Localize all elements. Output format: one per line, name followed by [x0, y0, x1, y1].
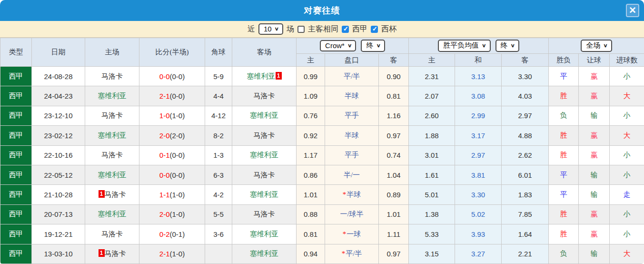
- fulltime-score: 0-0: [159, 72, 170, 81]
- table-row: 西甲19-12-21马洛卡0-2(0-1)3-6塞维利亚0.81*一球1.115…: [0, 224, 644, 244]
- fulltime-score: 2-0: [159, 210, 170, 218]
- handicap-away-odds-cell: 1.01: [379, 204, 409, 224]
- home-team-cell: 塞维利亚: [85, 126, 139, 145]
- league-cell: 西甲: [0, 67, 32, 86]
- score-cell: 2-0(1-0): [139, 204, 205, 224]
- col-header-corner: 角球: [205, 38, 232, 67]
- league-cell: 西甲: [0, 244, 32, 264]
- red-card-badge: 1: [99, 190, 105, 198]
- handicap-home-odds-cell: 0.76: [297, 106, 325, 125]
- games-label: 场: [287, 24, 294, 34]
- handicap-result-cell: 输: [579, 165, 610, 184]
- handicap-line-cell: 平/半: [325, 67, 379, 86]
- fulltime-score: 2-1: [159, 250, 170, 258]
- avg-final-select[interactable]: 终 ∨: [495, 40, 520, 52]
- score-cell: 2-1(0-0): [139, 86, 205, 106]
- scope-select[interactable]: 全场 ∨: [581, 40, 612, 52]
- handicap-away-odds-cell: 1.16: [379, 106, 409, 125]
- avg-home-odds-cell: 1.38: [409, 204, 455, 224]
- wdl-result-cell: 平: [549, 67, 579, 86]
- home-team-name: 马洛卡: [105, 250, 126, 257]
- corner-cell: [205, 244, 232, 264]
- odds-final-value: 终: [366, 41, 373, 50]
- avg-away-odds-cell: 2.21: [502, 244, 549, 264]
- away-team-name: 马洛卡: [254, 210, 275, 218]
- fulltime-score: 1-1: [159, 191, 170, 199]
- halftime-score: (1-0): [170, 191, 185, 199]
- red-card-badge: 1: [276, 72, 282, 80]
- wdl-result-cell: 胜: [549, 204, 579, 224]
- score-cell: 0-2(0-1): [139, 224, 205, 244]
- halftime-score: (0-0): [170, 92, 185, 100]
- home-team-name: 马洛卡: [101, 112, 123, 119]
- handicap-line-cell: 一/球半: [325, 204, 379, 224]
- cup-checkbox[interactable]: [371, 26, 378, 33]
- date-cell: 24-04-23: [32, 86, 85, 106]
- col-header-type: 类型: [0, 38, 32, 67]
- col-header-score: 比分(半场): [139, 38, 205, 67]
- wdl-result-cell: 胜: [549, 86, 579, 106]
- away-team-name: 马洛卡: [254, 171, 275, 179]
- corner-cell: 4-12: [205, 106, 232, 125]
- halftime-score: (2-0): [170, 132, 185, 140]
- date-cell: 22-10-16: [32, 145, 85, 165]
- sub-header-odds-home: 主: [297, 54, 325, 67]
- avg-home-odds-cell: 5.01: [409, 185, 455, 204]
- avg-draw-odds-cell: 3.17: [455, 126, 502, 145]
- chevron-down-icon: ∨: [603, 43, 608, 49]
- halftime-score: (0-0): [170, 151, 185, 159]
- handicap-away-odds-cell: 0.90: [379, 67, 409, 86]
- avg-away-odds-cell: 6.01: [502, 165, 549, 184]
- col-header-date: 日期: [32, 38, 85, 67]
- date-cell: 22-05-12: [32, 165, 85, 184]
- home-team-cell: 马洛卡: [85, 145, 139, 165]
- avg-away-odds-cell: 1.83: [502, 185, 549, 204]
- dialog-title-bar: 对赛往绩 ✕: [0, 0, 644, 21]
- table-row: 西甲23-12-10马洛卡1-0(1-0)4-12塞维利亚0.76平手1.162…: [0, 106, 644, 125]
- score-cell: 0-0(0-0): [139, 67, 205, 86]
- handicap-line-cell: 半球: [325, 126, 379, 145]
- avg-draw-odds-cell: 3.30: [455, 185, 502, 204]
- home-team-cell: 马洛卡: [85, 67, 139, 86]
- odds-final-select[interactable]: 终 ∨: [361, 40, 385, 52]
- avg-home-odds-cell: 1.61: [409, 165, 455, 184]
- odds-source-select[interactable]: Crow* ∨: [320, 40, 356, 51]
- close-icon[interactable]: ✕: [626, 4, 639, 17]
- near-label: 近: [248, 24, 255, 34]
- home-team-name: 塞维利亚: [98, 92, 127, 100]
- result-group-header: 全场 ∨: [549, 38, 644, 54]
- fulltime-score: 0-1: [159, 151, 170, 159]
- table-row: 西甲24-04-23塞维利亚2-1(0-0)4-4马洛卡1.09半球0.812.…: [0, 86, 644, 106]
- avg-home-odds-cell: 2.07: [409, 86, 455, 106]
- handicap-home-odds-cell: 0.81: [297, 224, 325, 244]
- goals-result-cell: 走: [610, 185, 644, 204]
- away-team-name: 马洛卡: [254, 92, 275, 100]
- avg-draw-odds-cell: 3.81: [455, 165, 502, 184]
- handicap-line-cell: *平/半: [325, 244, 379, 264]
- col-header-away: 客场: [232, 38, 297, 67]
- avg-odds-select[interactable]: 胜平负均值 ∨: [438, 40, 491, 52]
- handicap-result-cell: 输: [579, 244, 610, 264]
- halftime-score: (1-0): [170, 250, 185, 258]
- handicap-home-odds-cell: 0.94: [297, 244, 325, 264]
- wdl-result-cell: 胜: [549, 224, 579, 244]
- avg-draw-odds-cell: 3.93: [455, 224, 502, 244]
- corner-cell: 4-4: [205, 86, 232, 106]
- goals-result-cell: 小: [610, 106, 644, 125]
- away-team-cell: 塞维利亚: [232, 145, 297, 165]
- date-cell: 23-02-12: [32, 126, 85, 145]
- same-venue-checkbox[interactable]: [297, 26, 305, 33]
- away-team-cell: 马洛卡: [232, 86, 297, 106]
- sub-header-handicap: 盘口: [325, 54, 379, 67]
- home-team-name: 马洛卡: [101, 72, 123, 80]
- match-count-select[interactable]: 10 ∨: [258, 23, 283, 35]
- league-checkbox[interactable]: [342, 26, 349, 33]
- avg-final-value: 终: [501, 41, 508, 50]
- away-team-cell: 马洛卡: [232, 204, 297, 224]
- league-cell: 西甲: [0, 165, 32, 184]
- handicap-result-cell: 赢: [579, 224, 610, 244]
- score-cell: 0-1(0-0): [139, 145, 205, 165]
- red-card-badge: 1: [99, 249, 105, 257]
- table-row: 西甲13-03-101马洛卡2-1(1-0)塞维利亚0.94*平/半0.973.…: [0, 244, 644, 264]
- home-team-cell: 1马洛卡: [85, 185, 139, 204]
